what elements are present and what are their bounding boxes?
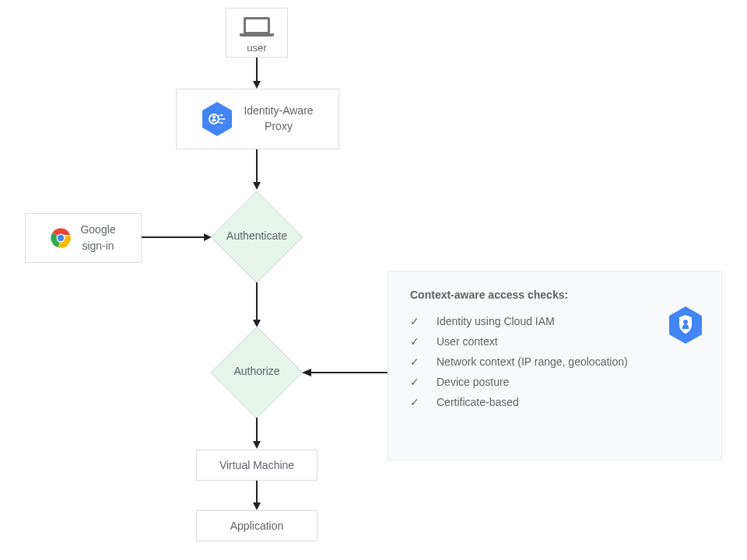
vm-node: Virtual Machine xyxy=(196,450,317,481)
arrow-authorize-to-vm xyxy=(253,418,261,449)
svg-marker-25 xyxy=(253,441,261,449)
svg-marker-21 xyxy=(302,369,311,376)
security-hex-icon xyxy=(668,306,703,345)
vm-label: Virtual Machine xyxy=(219,459,294,471)
user-label: user xyxy=(247,42,266,54)
signin-label: Googlesign-in xyxy=(80,222,115,254)
svg-point-23 xyxy=(683,320,688,324)
authorize-node: Authorize xyxy=(210,326,303,419)
checks-list: ✓Identity using Cloud IAM ✓User context … xyxy=(410,315,700,408)
svg-marker-2 xyxy=(202,102,232,136)
arrow-signin-to-auth xyxy=(142,233,212,241)
checks-title: Context-aware access checks: xyxy=(410,289,700,301)
checks-item: ✓Certificate-based xyxy=(410,396,700,408)
laptop-icon xyxy=(240,17,274,39)
user-node: user xyxy=(226,8,288,58)
check-icon: ✓ xyxy=(410,335,421,348)
checks-item: ✓Device posture xyxy=(410,376,700,388)
authenticate-node: Authenticate xyxy=(210,191,303,284)
svg-point-15 xyxy=(58,235,64,241)
svg-point-4 xyxy=(212,116,216,119)
svg-marker-12 xyxy=(253,182,261,190)
arrow-iap-to-auth xyxy=(253,149,261,190)
app-node: Application xyxy=(196,510,317,541)
arrow-checks-to-authorize xyxy=(302,369,388,376)
authorize-label: Authorize xyxy=(210,365,303,377)
iap-node: Identity-Aware Proxy xyxy=(176,89,339,149)
arrow-user-to-iap xyxy=(253,58,261,89)
context-checks-panel: Context-aware access checks: ✓Identity u… xyxy=(388,271,722,460)
svg-marker-27 xyxy=(253,502,261,510)
svg-marker-1 xyxy=(253,81,261,89)
authenticate-label: Authenticate xyxy=(210,229,303,242)
checks-item: ✓Identity using Cloud IAM xyxy=(410,315,700,327)
iap-hex-icon xyxy=(202,101,233,137)
arrow-auth-to-authorize xyxy=(253,282,261,327)
iap-label: Identity-Aware Proxy xyxy=(244,103,313,134)
chrome-icon xyxy=(51,228,71,248)
checks-item: ✓Network context (IP range, geolocation) xyxy=(410,355,700,368)
arrow-vm-to-app xyxy=(253,481,261,510)
checks-item: ✓User context xyxy=(410,335,700,348)
check-icon: ✓ xyxy=(410,396,421,408)
check-icon: ✓ xyxy=(410,315,421,327)
google-signin-node: Googlesign-in xyxy=(25,213,142,263)
check-icon: ✓ xyxy=(410,355,421,368)
check-icon: ✓ xyxy=(410,376,421,388)
app-label: Application xyxy=(230,520,284,532)
